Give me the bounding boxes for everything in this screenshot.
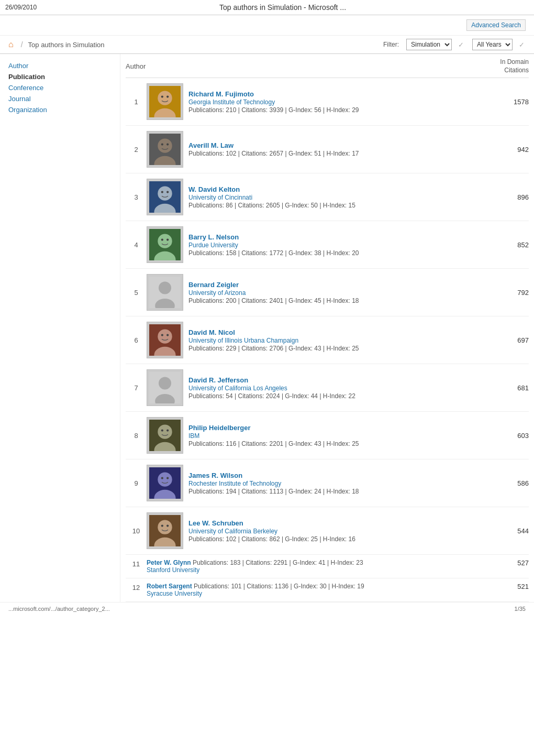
table-row: 9 James R. Wilson Rochester Institute of…	[126, 459, 529, 507]
svg-point-27	[166, 334, 169, 336]
filter-label: Filter:	[383, 41, 399, 48]
author-stats: Publications: 54 | Citations: 2024 | G-I…	[188, 392, 355, 400]
author-name[interactable]: Philip Heidelberger	[188, 424, 250, 432]
table-row: 5 Bernard Zeigler University of Arizona …	[126, 269, 529, 316]
author-name[interactable]: Averill M. Law	[188, 141, 233, 149]
author-name[interactable]: David M. Nicol	[188, 328, 235, 336]
author-affiliation[interactable]: Purdue University	[188, 242, 238, 249]
author-info: Philip Heidelberger IBM Publications: 11…	[188, 424, 497, 447]
author-affiliation[interactable]: IBM	[188, 432, 199, 440]
sidebar-section: Author Publication Conference Journal Or…	[8, 60, 112, 115]
table-row: 2 Averill M. Law Publications: 102 | Cit…	[126, 126, 529, 173]
sidebar-item-organization[interactable]: Organization	[8, 104, 112, 115]
date-label: 26/09/2010	[5, 4, 37, 11]
svg-point-3	[161, 96, 163, 98]
svg-point-39	[161, 477, 163, 479]
sidebar-item-publication[interactable]: Publication	[8, 71, 112, 82]
author-citations: 603	[497, 432, 529, 440]
table-row: 11 Peter W. Glynn Publications: 183 | Ci…	[126, 555, 529, 578]
author-rank: 8	[126, 432, 147, 440]
content-header: Author In Domain Citations	[126, 54, 529, 78]
table-row: 6 David M. Nicol University of Illinois …	[126, 316, 529, 364]
author-info: Robert Sargent Publications: 101 | Citat…	[147, 583, 497, 597]
author-photo	[147, 369, 183, 406]
author-photo	[147, 274, 183, 311]
author-rank: 3	[126, 193, 147, 201]
author-name[interactable]: James R. Wilson	[188, 472, 242, 479]
author-name[interactable]: Barry L. Nelson	[188, 233, 239, 241]
table-row: 12 Robert Sargent Publications: 101 | Ci…	[126, 578, 529, 602]
svg-point-24	[158, 330, 172, 344]
nav-bar: ⌂ / Top authors in Simulation Filter: Si…	[0, 36, 534, 54]
table-row: 10 Lee W. Schruben University of Califor…	[126, 507, 529, 555]
author-rank: 6	[126, 336, 147, 344]
author-rank: 11	[126, 559, 147, 568]
years-select[interactable]: All Years 2010 2009 2008	[472, 39, 513, 50]
search-bar: Advanced Search	[0, 15, 534, 36]
author-info: James R. Wilson Rochester Institute of T…	[188, 472, 497, 495]
author-name[interactable]: Peter W. Glynn	[147, 559, 191, 566]
author-affiliation[interactable]: Rochester Institute of Technology	[188, 480, 281, 487]
author-citations: 697	[497, 336, 529, 344]
home-icon[interactable]: ⌂	[8, 40, 14, 49]
author-affiliation[interactable]: University of California Los Angeles	[188, 385, 287, 392]
author-affiliation[interactable]: Syracuse University	[147, 590, 497, 597]
author-stats: Publications: 86 | Citations: 2605 | G-I…	[188, 202, 355, 209]
table-row: 8 Philip Heidelberger IBM Publications: …	[126, 412, 529, 459]
author-citations: 681	[497, 384, 529, 392]
sidebar-item-conference[interactable]: Conference	[8, 82, 112, 93]
author-rank: 1	[126, 98, 147, 106]
sidebar-item-journal[interactable]: Journal	[8, 93, 112, 104]
author-affiliation[interactable]: Stanford University	[147, 566, 497, 574]
author-photo	[147, 465, 183, 501]
in-domain-line1: In Domain	[500, 58, 529, 65]
author-info: Barry L. Nelson Purdue University Public…	[188, 233, 497, 257]
author-photo	[147, 417, 183, 454]
table-row: 4 Barry L. Nelson Purdue University Publ…	[126, 221, 529, 269]
author-name[interactable]: Lee W. Schruben	[188, 519, 243, 527]
author-name[interactable]: Bernard Zeigler	[188, 281, 239, 289]
author-rank: 7	[126, 384, 147, 392]
author-name[interactable]: David R. Jefferson	[188, 376, 248, 384]
footer-page: 1/35	[515, 606, 526, 612]
svg-point-21	[159, 282, 171, 294]
svg-point-8	[161, 144, 163, 146]
author-stats: Publications: 194 | Citations: 1113 | G-…	[188, 488, 359, 495]
author-citations: 521	[497, 583, 529, 590]
author-affiliation[interactable]: University of California Berkeley	[188, 528, 277, 535]
author-affiliation[interactable]: University of Illinois Urbana Champaign	[188, 337, 298, 344]
breadcrumb: Top authors in Simulation	[28, 41, 105, 49]
author-citations: 544	[497, 527, 529, 535]
author-stats: Publications: 229 | Citations: 2706 | G-…	[188, 345, 359, 352]
author-list: 1 Richard M. Fujimoto Georgia Institute …	[126, 78, 529, 555]
author-photo	[147, 226, 183, 263]
top-bar: 26/09/2010 Top authors in Simulation - M…	[0, 0, 534, 15]
author-info: Peter W. Glynn Publications: 183 | Citat…	[147, 559, 497, 574]
svg-point-42	[158, 520, 172, 534]
svg-point-44	[161, 525, 163, 527]
author-citations: 586	[497, 479, 529, 487]
content-area: Author In Domain Citations 1 Richard M. …	[120, 54, 534, 602]
author-affiliation[interactable]: University of Arizona	[188, 289, 246, 297]
svg-point-40	[166, 477, 169, 479]
author-photo	[147, 322, 183, 358]
author-name[interactable]: Robert Sargent	[147, 583, 192, 590]
svg-point-29	[159, 377, 171, 390]
filter-select[interactable]: Simulation All	[406, 39, 452, 50]
advanced-search-link[interactable]: Advanced Search	[466, 19, 526, 31]
author-affiliation[interactable]: Georgia Institute of Technology	[188, 98, 275, 106]
sidebar-item-author[interactable]: Author	[8, 60, 112, 71]
table-row: 3 W. David Kelton University of Cincinna…	[126, 173, 529, 221]
author-citations: 896	[497, 193, 529, 201]
svg-point-6	[158, 139, 172, 153]
svg-point-11	[158, 187, 172, 201]
table-row: 1 Richard M. Fujimoto Georgia Institute …	[126, 78, 529, 126]
author-name[interactable]: W. David Kelton	[188, 185, 240, 193]
footer-url: ...microsoft.com/.../author_category_2..…	[8, 606, 110, 612]
author-affiliation[interactable]: University of Cincinnati	[188, 194, 252, 201]
svg-point-32	[158, 425, 172, 439]
author-name[interactable]: Richard M. Fujimoto	[188, 90, 254, 98]
svg-point-26	[161, 334, 163, 336]
in-domain-label: In Domain Citations	[500, 58, 529, 74]
author-rank: 12	[126, 583, 147, 591]
